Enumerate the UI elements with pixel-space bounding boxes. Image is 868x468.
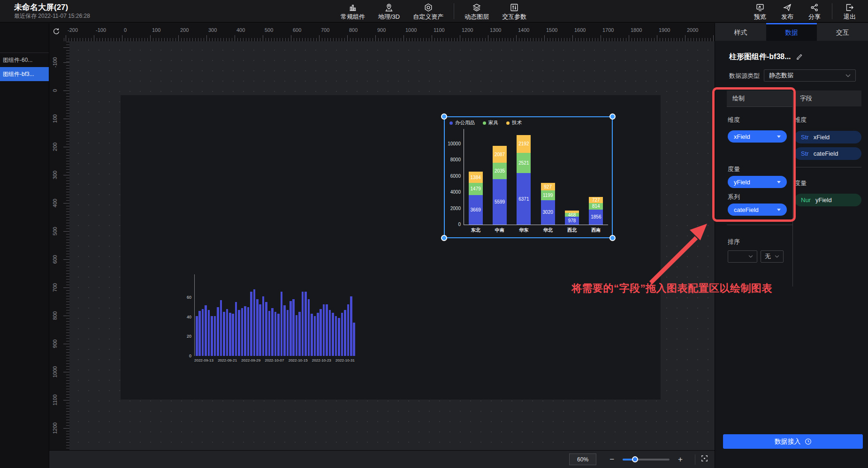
field-pill-xField[interactable]: StrxField — [794, 131, 861, 143]
sort-field-select[interactable] — [728, 250, 757, 263]
action-preview[interactable]: 预览 — [746, 0, 774, 23]
zoom-slider[interactable] — [623, 459, 670, 460]
y-tick-label: 10000 — [445, 141, 461, 146]
layer-item[interactable]: 图组件-bf3... — [0, 67, 49, 81]
data-access-button[interactable]: 数据接入 — [723, 434, 863, 449]
ruler-left-number: 300 — [52, 166, 58, 184]
bar-segment: 1384 — [469, 172, 483, 183]
ruler-top-number: 1800 — [631, 27, 642, 33]
action-publish[interactable]: 发布 — [774, 0, 801, 23]
action-exit[interactable]: 退出 — [836, 0, 863, 23]
data-access-label: 数据接入 — [775, 438, 801, 446]
selection-handle-tr[interactable] — [609, 113, 616, 120]
bar — [223, 312, 225, 356]
publish-icon — [782, 2, 792, 12]
zoom-in-button[interactable]: + — [675, 455, 685, 464]
tool-label: 退出 — [844, 13, 856, 21]
field-name: yField — [815, 196, 832, 204]
divider — [454, 3, 454, 19]
tool-label: 预览 — [754, 13, 766, 21]
ruler-left-major-ticks — [63, 41, 69, 450]
divider — [695, 454, 695, 465]
bar-东北: 366914791384 — [469, 117, 483, 225]
y-tick-label: 2000 — [445, 206, 461, 211]
canvas-field[interactable]: 办公用品家具技术 0200040006000800010000366914791… — [69, 41, 715, 450]
toolbar-item-map-pin[interactable]: 地理/3D — [372, 0, 406, 23]
bar-segment: 5599 — [493, 179, 507, 225]
zoom-slider-knob[interactable] — [632, 456, 638, 462]
bar — [235, 302, 237, 356]
field-pill-yField[interactable]: NuryField — [794, 194, 861, 206]
bar — [238, 310, 240, 356]
zoom-out-button[interactable]: − — [607, 455, 617, 464]
sliders-icon — [509, 2, 519, 12]
toolbar-item-layers[interactable]: 动态图层 — [458, 0, 495, 23]
draw-slot-label: 系列 — [728, 193, 740, 201]
ruler-top-number: 1400 — [518, 27, 529, 33]
ruler-left-number: 800 — [52, 306, 58, 325]
field-name: xField — [814, 134, 830, 141]
bar — [229, 313, 231, 356]
bar — [259, 304, 261, 356]
time-bar-chart-component[interactable]: 02040602022-09-132022-09-212022-09-29202… — [183, 273, 361, 370]
ruler-top-major-ticks — [62, 35, 715, 41]
bar — [262, 296, 265, 356]
bar — [287, 310, 289, 356]
datasource-select[interactable]: 静态数据 — [764, 69, 856, 82]
bar — [302, 292, 304, 356]
zoom-value-box[interactable]: 60% — [569, 453, 596, 465]
bar — [308, 299, 310, 356]
bar — [292, 299, 295, 356]
x-axis-labels: 2022-09-132022-09-212022-09-292022-10-07… — [194, 358, 355, 362]
draw-slot-select-yField[interactable]: yField — [728, 176, 787, 188]
bar — [226, 309, 228, 356]
component-toolbar: 常规组件地理/3D自定义资产动态图层交互参数 — [334, 0, 533, 23]
fit-screen-icon[interactable] — [700, 454, 709, 465]
bar — [277, 314, 280, 356]
panel-tabs: 样式 数据 交互 — [715, 23, 868, 41]
ruler-top-number: 0 — [124, 27, 127, 33]
refresh-icon[interactable] — [52, 27, 60, 37]
bar-segment: 1479 — [469, 183, 483, 195]
chevron-down-icon — [775, 255, 779, 258]
bar — [250, 292, 252, 356]
toolbar-item-bar-chart[interactable]: 常规组件 — [334, 0, 372, 23]
bar — [289, 301, 292, 356]
ruler-left-number: 700 — [52, 278, 58, 297]
chart-legend: 办公用品家具技术 — [449, 120, 522, 126]
bar — [208, 310, 210, 356]
datasource-label: 数据源类型 — [729, 72, 760, 80]
sort-order-select[interactable]: 无 — [761, 250, 784, 263]
ruler-left-number: 500 — [52, 222, 58, 241]
ruler-top-number: 1200 — [462, 27, 473, 33]
tool-label: 动态图层 — [464, 13, 489, 21]
field-pill-cateField[interactable]: StrcateField — [794, 147, 861, 160]
header-actions: 预览发布分享退出 — [746, 0, 863, 23]
x-tick-label: 2022-09-21 — [218, 358, 237, 362]
artboard[interactable]: 办公用品家具技术 0200040006000800010000366914791… — [121, 95, 661, 400]
ruler-top-number: 1000 — [405, 27, 417, 33]
selection-handle-bl[interactable] — [441, 235, 447, 241]
draw-slot-select-xField[interactable]: xField — [728, 130, 787, 143]
ruler-corner[interactable] — [49, 23, 62, 41]
action-share[interactable]: 分享 — [801, 0, 828, 23]
draw-slot-select-cateField[interactable]: cateField — [728, 204, 787, 216]
selection-handle-br[interactable] — [609, 235, 616, 241]
tab-data[interactable]: 数据 — [766, 23, 817, 41]
selection-handle-tl[interactable] — [441, 113, 447, 120]
y-tick-label: 8000 — [445, 157, 461, 162]
bar-中南: 559920352087 — [493, 117, 507, 225]
bar — [232, 314, 234, 356]
toolbar-item-hexagon[interactable]: 自定义资产 — [406, 0, 450, 23]
layer-item[interactable]: 图组件-60... — [0, 53, 49, 67]
toolbar-item-sliders[interactable]: 交互参数 — [495, 0, 533, 23]
x-tick-label: 2022-09-29 — [241, 358, 260, 362]
field-type: Str — [801, 150, 809, 157]
x-tick-label: 2022-10-07 — [265, 358, 284, 362]
stacked-bar-chart-component[interactable]: 办公用品家具技术 0200040006000800010000366914791… — [444, 116, 613, 238]
ruler-top-number: -200 — [68, 27, 78, 33]
sort-label: 排序 — [728, 238, 740, 246]
tab-interaction[interactable]: 交互 — [817, 23, 868, 41]
tab-style[interactable]: 样式 — [715, 23, 766, 41]
edit-pencil-icon[interactable] — [796, 53, 803, 61]
